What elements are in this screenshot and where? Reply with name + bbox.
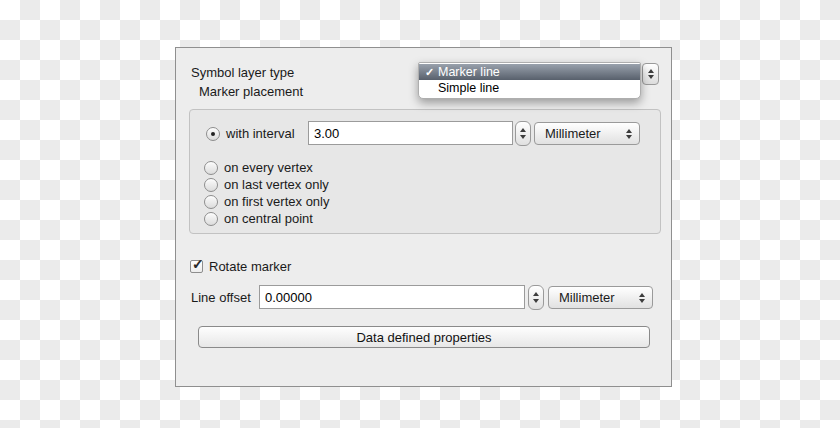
- checkmark-icon: ✓: [425, 66, 438, 79]
- symbol-layer-type-menu: ✓ Marker line Simple line: [418, 62, 641, 99]
- data-defined-properties-button[interactable]: Data defined properties: [198, 326, 650, 348]
- line-offset-unit-combobox[interactable]: Millimeter: [548, 286, 653, 309]
- spinner-down-icon: [520, 135, 526, 139]
- radio-label: on last vertex only: [224, 177, 329, 192]
- combobox-arrows-icon: [639, 293, 645, 303]
- stepper-up-icon: [648, 69, 654, 73]
- radio-label: on central point: [224, 211, 313, 226]
- symbol-layer-type-combobox-stepper[interactable]: [642, 63, 659, 85]
- rotate-marker-checkbox[interactable]: ✓: [190, 260, 203, 273]
- spinner-up-icon: [533, 292, 539, 296]
- radio-label: on every vertex: [224, 160, 313, 175]
- radio-on-first-vertex-only[interactable]: [204, 195, 218, 209]
- interval-value-input[interactable]: [308, 121, 513, 145]
- spinner-down-icon: [533, 299, 539, 303]
- menu-item-marker-line[interactable]: ✓ Marker line: [419, 64, 640, 80]
- radio-row-central-point: on central point: [204, 211, 313, 226]
- radio-row-with-interval: with interval: [206, 126, 295, 141]
- checkmark-icon: ✓: [192, 256, 204, 272]
- radio-on-central-point[interactable]: [204, 212, 218, 226]
- transparent-canvas: { "glyphs": { "check": "✓" }, "colors": …: [0, 0, 840, 428]
- radio-row-first-vertex: on first vertex only: [204, 194, 330, 209]
- symbol-layer-type-label: Symbol layer type: [191, 65, 294, 80]
- radio-label: on first vertex only: [224, 194, 330, 209]
- symbol-properties-panel: Symbol layer type Marker placement ✓ Mar…: [175, 47, 672, 387]
- radio-on-every-vertex[interactable]: [204, 161, 218, 175]
- rotate-marker-row: ✓ Rotate marker: [190, 259, 291, 274]
- line-offset-label: Line offset: [191, 290, 251, 305]
- radio-row-last-vertex: on last vertex only: [204, 177, 329, 192]
- radio-row-every-vertex: on every vertex: [204, 160, 313, 175]
- line-offset-unit-value: Millimeter: [559, 290, 615, 305]
- rotate-marker-label: Rotate marker: [209, 259, 291, 274]
- combobox-arrows-icon: [626, 129, 632, 139]
- menu-item-label: Marker line: [438, 65, 500, 79]
- interval-spinner[interactable]: [515, 121, 531, 146]
- stepper-down-icon: [648, 75, 654, 79]
- interval-unit-value: Millimeter: [545, 126, 601, 141]
- menu-item-simple-line[interactable]: Simple line: [419, 80, 640, 96]
- with-interval-label: with interval: [226, 126, 295, 141]
- radio-with-interval[interactable]: [206, 127, 220, 141]
- spinner-up-icon: [520, 128, 526, 132]
- interval-unit-combobox[interactable]: Millimeter: [534, 122, 640, 145]
- menu-item-label: Simple line: [438, 81, 499, 95]
- line-offset-input[interactable]: [259, 285, 525, 309]
- marker-placement-label: Marker placement: [199, 84, 303, 99]
- line-offset-spinner[interactable]: [528, 285, 544, 310]
- radio-on-last-vertex-only[interactable]: [204, 178, 218, 192]
